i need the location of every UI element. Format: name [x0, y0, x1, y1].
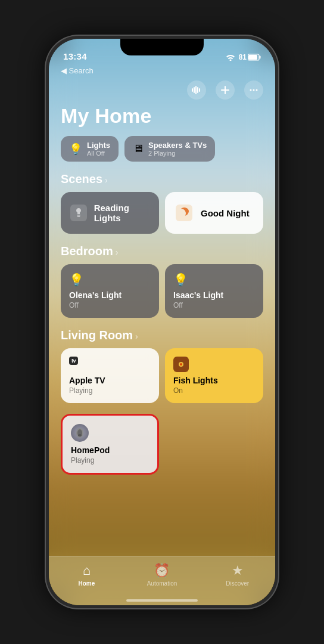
add-button[interactable]: [216, 80, 235, 100]
svg-point-10: [250, 89, 252, 91]
speakers-tile-icon: 🖥: [133, 143, 144, 155]
siri-button[interactable]: [187, 80, 206, 100]
olenas-light-card[interactable]: 💡 Olena's Light Off: [61, 264, 159, 318]
svg-rect-7: [199, 88, 200, 92]
olenas-light-status: Off: [69, 301, 151, 309]
homepod-name: HomePod: [71, 445, 149, 455]
olenas-light-icon: 💡: [69, 273, 84, 287]
search-bar[interactable]: ◀ Search: [49, 65, 275, 78]
fish-lights-icon: [173, 357, 189, 372]
battery-indicator: 81: [239, 53, 261, 61]
discover-tab-label: Discover: [226, 580, 249, 587]
svg-rect-4: [194, 87, 195, 93]
good-night-card[interactable]: Good Night: [165, 192, 263, 234]
reading-lights-label: Reading Lights: [94, 203, 151, 223]
homepod-status: Playing: [71, 456, 149, 465]
isaacs-light-status: Off: [173, 301, 255, 309]
svg-rect-6: [197, 87, 198, 93]
home-indicator: [126, 599, 198, 602]
appletv-icon: tv: [69, 357, 78, 365]
fish-lights-card[interactable]: Fish Lights On: [165, 348, 263, 403]
living-room-section-title: Living Room: [61, 329, 133, 342]
bedroom-section-title: Bedroom: [61, 244, 113, 258]
svg-point-19: [180, 363, 182, 366]
apple-tv-status: Playing: [69, 386, 151, 395]
home-tab-icon: ⌂: [83, 563, 91, 578]
scenes-chevron-icon: ›: [105, 175, 108, 185]
bedroom-chevron-icon: ›: [116, 247, 119, 257]
isaacs-light-name: Isaac's Light: [173, 290, 255, 300]
scenes-section-title: Scenes: [61, 172, 102, 186]
automation-tab-icon: ⏰: [154, 563, 170, 578]
isaacs-light-card[interactable]: 💡 Isaac's Light Off: [165, 264, 263, 318]
homepod-card[interactable]: HomePod Playing: [61, 414, 159, 475]
more-icon: [250, 89, 258, 91]
svg-point-12: [256, 89, 258, 91]
reading-lights-card[interactable]: Reading Lights: [61, 192, 159, 234]
speakers-tile[interactable]: 🖥 Speakers & TVs 2 Playing: [124, 136, 215, 162]
tab-home[interactable]: ⌂ Home: [63, 563, 110, 587]
svg-rect-3: [192, 88, 193, 92]
quick-tiles-row: 💡 Lights All Off 🖥 Speakers & TVs 2 Play…: [61, 136, 263, 162]
fish-lights-name: Fish Lights: [173, 376, 255, 385]
svg-rect-14: [77, 215, 80, 216]
svg-rect-1: [260, 56, 261, 59]
top-actions: [49, 78, 275, 100]
svg-rect-5: [195, 86, 197, 94]
good-night-label: Good Night: [201, 208, 250, 218]
svg-rect-16: [176, 205, 192, 221]
bedroom-devices-row: 💡 Olena's Light Off 💡 Isaac's Light: [61, 264, 263, 318]
screen-content: 13:34 81: [49, 39, 275, 605]
tab-automation[interactable]: ⏰ Automation: [138, 563, 186, 587]
tab-bar: ⌂ Home ⏰ Automation ★ Discover: [49, 556, 275, 605]
search-back-label[interactable]: ◀ Search: [61, 66, 94, 75]
svg-point-22: [78, 434, 82, 436]
notch: [120, 39, 204, 55]
status-icons: 81: [226, 53, 261, 61]
living-room-row1: tv Apple TV Playing: [61, 348, 263, 403]
lights-tile[interactable]: 💡 Lights All Off: [61, 136, 119, 162]
lights-tile-label: Lights: [87, 141, 110, 150]
apple-tv-card[interactable]: tv Apple TV Playing: [61, 348, 159, 403]
svg-rect-15: [77, 216, 80, 218]
scenes-section-header[interactable]: Scenes ›: [61, 172, 263, 186]
home-tab-label: Home: [78, 580, 95, 587]
living-room-chevron-icon: ›: [135, 332, 138, 341]
phone-frame: 13:34 81: [46, 36, 278, 608]
main-content[interactable]: My Home 💡 Lights All Off 🖥 Speakers & TV…: [49, 100, 275, 605]
status-time: 13:34: [63, 51, 87, 61]
speakers-tile-label: Speakers & TVs: [148, 141, 207, 150]
discover-tab-icon: ★: [232, 563, 244, 578]
svg-point-11: [253, 89, 255, 91]
waveform-icon: [192, 86, 201, 94]
plus-icon: [221, 86, 229, 94]
more-button[interactable]: [244, 80, 263, 100]
wifi-icon: [226, 54, 235, 61]
fish-lights-status: On: [173, 386, 255, 395]
tab-discover[interactable]: ★ Discover: [214, 563, 261, 587]
olenas-light-name: Olena's Light: [69, 290, 151, 300]
living-room-section-header[interactable]: Living Room ›: [61, 329, 263, 342]
apple-tv-name: Apple TV: [69, 376, 151, 385]
reading-lights-icon: [69, 202, 88, 224]
page-title: My Home: [61, 104, 263, 128]
svg-rect-2: [248, 55, 257, 60]
automation-tab-label: Automation: [147, 580, 177, 587]
scenes-row: Reading Lights Good Night: [61, 192, 263, 234]
speakers-tile-sub: 2 Playing: [148, 150, 207, 157]
bedroom-section-header[interactable]: Bedroom ›: [61, 244, 263, 258]
living-room-row2: HomePod Playing: [61, 414, 263, 475]
lights-tile-sub: All Off: [87, 150, 110, 157]
svg-rect-9: [221, 89, 229, 91]
battery-percent: 81: [239, 53, 247, 61]
homepod-icon: [71, 424, 89, 442]
good-night-icon: [173, 202, 195, 224]
isaacs-light-icon: 💡: [173, 273, 188, 287]
battery-icon: [248, 54, 261, 61]
lights-tile-icon: 💡: [69, 143, 82, 156]
phone-screen: 13:34 81: [49, 39, 275, 605]
